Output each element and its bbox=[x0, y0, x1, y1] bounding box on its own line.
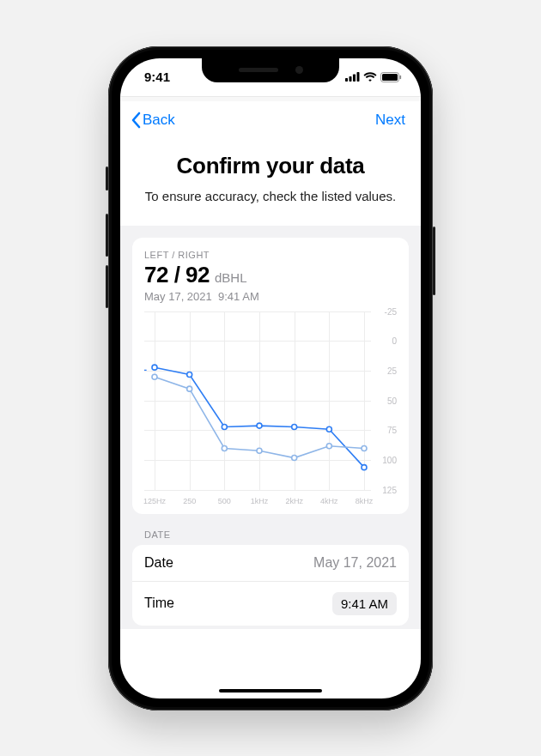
row-date-label: Date bbox=[144, 555, 173, 571]
summary-date: May 17, 2021 9:41 AM bbox=[144, 290, 397, 303]
back-button[interactable]: Back bbox=[131, 112, 175, 129]
battery-icon bbox=[380, 72, 402, 82]
section-label-date: DATE bbox=[132, 529, 409, 545]
row-time[interactable]: Time 9:41 AM bbox=[132, 582, 409, 626]
date-list: Date May 17, 2021 Time 9:41 AM bbox=[132, 545, 409, 626]
status-time: 9:41 bbox=[144, 70, 170, 84]
nav-header: Back Next bbox=[120, 101, 421, 139]
svg-point-9 bbox=[222, 424, 227, 429]
svg-point-11 bbox=[292, 424, 297, 429]
status-indicators bbox=[345, 72, 402, 82]
svg-point-13 bbox=[362, 464, 367, 469]
cellular-icon bbox=[345, 72, 360, 82]
legend-label: LEFT / RIGHT bbox=[144, 250, 397, 260]
chevron-left-icon bbox=[131, 112, 141, 129]
svg-point-7 bbox=[152, 365, 157, 370]
row-time-label: Time bbox=[144, 596, 174, 611]
svg-rect-5 bbox=[382, 74, 398, 81]
summary-unit: dBHL bbox=[215, 270, 247, 285]
row-date-value: May 17, 2021 bbox=[313, 555, 397, 571]
svg-point-8 bbox=[187, 372, 192, 377]
scroll-area[interactable]: LEFT / RIGHT 72 / 92 dBHL May 17, 2021 9… bbox=[120, 226, 421, 629]
svg-text:L: L bbox=[144, 362, 147, 372]
svg-rect-0 bbox=[345, 78, 348, 82]
svg-rect-1 bbox=[350, 76, 352, 82]
row-date[interactable]: Date May 17, 2021 bbox=[132, 545, 409, 582]
audiogram-chart: LR -250255075100125 125Hz2505001kHz2kHz4… bbox=[144, 311, 397, 505]
svg-rect-2 bbox=[353, 75, 356, 82]
svg-rect-6 bbox=[400, 75, 402, 78]
svg-point-21 bbox=[362, 445, 367, 451]
svg-point-18 bbox=[257, 448, 262, 453]
next-button[interactable]: Next bbox=[375, 112, 410, 129]
wifi-icon bbox=[363, 72, 377, 82]
home-indicator[interactable] bbox=[219, 689, 322, 692]
svg-point-10 bbox=[257, 423, 262, 428]
svg-rect-3 bbox=[357, 72, 360, 82]
summary-value: 72 / 92 bbox=[144, 262, 210, 288]
page-subtitle: To ensure accuracy, check the listed val… bbox=[141, 188, 400, 205]
svg-point-12 bbox=[326, 426, 331, 432]
page-title: Confirm your data bbox=[141, 153, 400, 179]
audiogram-card: LEFT / RIGHT 72 / 92 dBHL May 17, 2021 9… bbox=[132, 238, 409, 514]
svg-point-16 bbox=[187, 386, 192, 391]
svg-point-19 bbox=[292, 455, 297, 460]
svg-point-17 bbox=[222, 445, 227, 451]
back-label: Back bbox=[143, 112, 175, 129]
svg-point-20 bbox=[326, 443, 331, 448]
svg-point-15 bbox=[152, 374, 157, 379]
row-time-value[interactable]: 9:41 AM bbox=[332, 592, 397, 615]
